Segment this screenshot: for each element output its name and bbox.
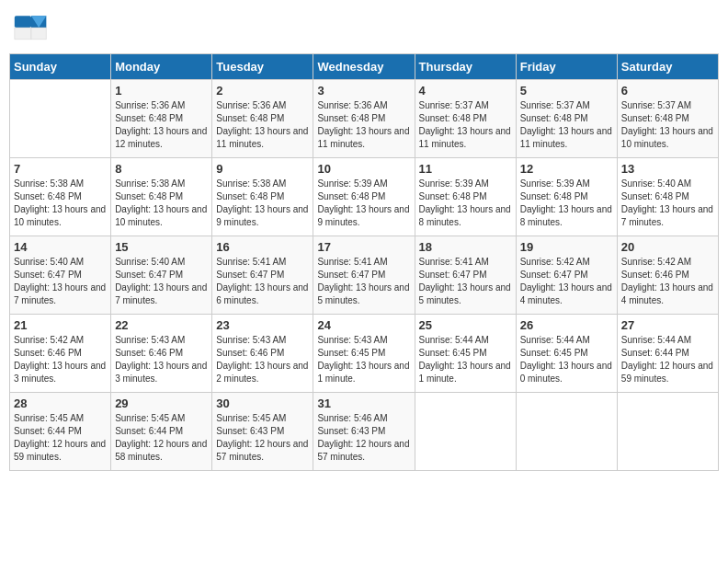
day-number: 20 xyxy=(621,240,714,254)
day-info: Sunrise: 5:36 AMSunset: 6:48 PMDaylight:… xyxy=(115,99,208,151)
day-number: 2 xyxy=(216,84,309,98)
weekday-header-friday: Friday xyxy=(516,54,617,80)
day-info: Sunrise: 5:40 AMSunset: 6:48 PMDaylight:… xyxy=(621,178,714,229)
day-number: 11 xyxy=(419,162,512,176)
weekday-header-wednesday: Wednesday xyxy=(313,54,415,80)
day-number: 27 xyxy=(621,318,714,332)
day-info: Sunrise: 5:44 AMSunset: 6:45 PMDaylight:… xyxy=(419,334,512,385)
day-number: 31 xyxy=(317,396,410,410)
day-number: 30 xyxy=(216,396,309,410)
day-number: 19 xyxy=(520,240,613,254)
day-cell-13: 13Sunrise: 5:40 AMSunset: 6:48 PMDayligh… xyxy=(617,158,718,236)
day-number: 9 xyxy=(216,162,309,176)
day-info: Sunrise: 5:39 AMSunset: 6:48 PMDaylight:… xyxy=(419,178,512,229)
day-info: Sunrise: 5:43 AMSunset: 6:46 PMDaylight:… xyxy=(216,334,309,385)
page-header xyxy=(9,9,719,46)
day-info: Sunrise: 5:37 AMSunset: 6:48 PMDaylight:… xyxy=(621,99,714,151)
empty-cell xyxy=(617,393,718,471)
day-cell-17: 17Sunrise: 5:41 AMSunset: 6:47 PMDayligh… xyxy=(313,236,415,315)
day-cell-23: 23Sunrise: 5:43 AMSunset: 6:46 PMDayligh… xyxy=(212,315,313,393)
day-cell-11: 11Sunrise: 5:39 AMSunset: 6:48 PMDayligh… xyxy=(415,158,516,236)
day-number: 5 xyxy=(520,84,613,98)
empty-cell xyxy=(415,393,516,471)
svg-marker-3 xyxy=(15,28,31,40)
day-cell-29: 29Sunrise: 5:45 AMSunset: 6:44 PMDayligh… xyxy=(111,393,212,471)
logo-icon xyxy=(13,9,50,46)
day-cell-28: 28Sunrise: 5:45 AMSunset: 6:44 PMDayligh… xyxy=(10,393,111,471)
day-number: 22 xyxy=(115,318,208,332)
day-number: 28 xyxy=(14,396,107,410)
day-info: Sunrise: 5:45 AMSunset: 6:44 PMDaylight:… xyxy=(14,412,107,464)
day-number: 29 xyxy=(115,396,208,410)
day-info: Sunrise: 5:40 AMSunset: 6:47 PMDaylight:… xyxy=(14,256,107,307)
day-info: Sunrise: 5:39 AMSunset: 6:48 PMDaylight:… xyxy=(520,178,613,229)
day-cell-6: 6Sunrise: 5:37 AMSunset: 6:48 PMDaylight… xyxy=(617,80,718,158)
day-number: 10 xyxy=(317,162,410,176)
day-info: Sunrise: 5:46 AMSunset: 6:43 PMDaylight:… xyxy=(317,412,410,464)
day-info: Sunrise: 5:42 AMSunset: 6:46 PMDaylight:… xyxy=(14,334,107,385)
calendar-table: SundayMondayTuesdayWednesdayThursdayFrid… xyxy=(9,53,719,471)
day-info: Sunrise: 5:45 AMSunset: 6:43 PMDaylight:… xyxy=(216,412,309,464)
day-number: 21 xyxy=(14,318,107,332)
day-info: Sunrise: 5:41 AMSunset: 6:47 PMDaylight:… xyxy=(419,256,512,307)
day-number: 14 xyxy=(14,240,107,254)
day-number: 8 xyxy=(115,162,208,176)
day-cell-26: 26Sunrise: 5:44 AMSunset: 6:45 PMDayligh… xyxy=(516,315,617,393)
day-info: Sunrise: 5:38 AMSunset: 6:48 PMDaylight:… xyxy=(14,178,107,229)
week-row-5: 28Sunrise: 5:45 AMSunset: 6:44 PMDayligh… xyxy=(10,393,719,471)
day-cell-8: 8Sunrise: 5:38 AMSunset: 6:48 PMDaylight… xyxy=(111,158,212,236)
day-number: 25 xyxy=(419,318,512,332)
day-number: 15 xyxy=(115,240,208,254)
day-info: Sunrise: 5:45 AMSunset: 6:44 PMDaylight:… xyxy=(115,412,208,464)
weekday-header-sunday: Sunday xyxy=(10,54,111,80)
svg-marker-4 xyxy=(31,28,46,40)
day-info: Sunrise: 5:43 AMSunset: 6:45 PMDaylight:… xyxy=(317,334,410,385)
day-info: Sunrise: 5:38 AMSunset: 6:48 PMDaylight:… xyxy=(216,178,309,229)
day-cell-10: 10Sunrise: 5:39 AMSunset: 6:48 PMDayligh… xyxy=(313,158,415,236)
day-number: 7 xyxy=(14,162,107,176)
day-info: Sunrise: 5:44 AMSunset: 6:44 PMDaylight:… xyxy=(621,334,714,385)
weekday-header-thursday: Thursday xyxy=(415,54,516,80)
day-cell-30: 30Sunrise: 5:45 AMSunset: 6:43 PMDayligh… xyxy=(212,393,313,471)
day-cell-2: 2Sunrise: 5:36 AMSunset: 6:48 PMDaylight… xyxy=(212,80,313,158)
weekday-header-row: SundayMondayTuesdayWednesdayThursdayFrid… xyxy=(10,54,719,80)
day-number: 18 xyxy=(419,240,512,254)
day-cell-12: 12Sunrise: 5:39 AMSunset: 6:48 PMDayligh… xyxy=(516,158,617,236)
day-cell-25: 25Sunrise: 5:44 AMSunset: 6:45 PMDayligh… xyxy=(415,315,516,393)
day-info: Sunrise: 5:43 AMSunset: 6:46 PMDaylight:… xyxy=(115,334,208,385)
day-cell-14: 14Sunrise: 5:40 AMSunset: 6:47 PMDayligh… xyxy=(10,236,111,315)
day-number: 3 xyxy=(317,84,410,98)
day-cell-4: 4Sunrise: 5:37 AMSunset: 6:48 PMDaylight… xyxy=(415,80,516,158)
week-row-3: 14Sunrise: 5:40 AMSunset: 6:47 PMDayligh… xyxy=(10,236,719,315)
day-number: 26 xyxy=(520,318,613,332)
day-info: Sunrise: 5:36 AMSunset: 6:48 PMDaylight:… xyxy=(216,99,309,151)
day-info: Sunrise: 5:40 AMSunset: 6:47 PMDaylight:… xyxy=(115,256,208,307)
day-cell-5: 5Sunrise: 5:37 AMSunset: 6:48 PMDaylight… xyxy=(516,80,617,158)
day-cell-19: 19Sunrise: 5:42 AMSunset: 6:47 PMDayligh… xyxy=(516,236,617,315)
day-number: 23 xyxy=(216,318,309,332)
empty-cell xyxy=(516,393,617,471)
day-info: Sunrise: 5:37 AMSunset: 6:48 PMDaylight:… xyxy=(419,99,512,151)
svg-rect-0 xyxy=(15,16,31,28)
day-cell-20: 20Sunrise: 5:42 AMSunset: 6:46 PMDayligh… xyxy=(617,236,718,315)
day-number: 12 xyxy=(520,162,613,176)
day-info: Sunrise: 5:37 AMSunset: 6:48 PMDaylight:… xyxy=(520,99,613,151)
day-number: 17 xyxy=(317,240,410,254)
day-info: Sunrise: 5:36 AMSunset: 6:48 PMDaylight:… xyxy=(317,99,410,151)
empty-cell xyxy=(10,80,111,158)
day-number: 16 xyxy=(216,240,309,254)
day-number: 1 xyxy=(115,84,208,98)
day-cell-3: 3Sunrise: 5:36 AMSunset: 6:48 PMDaylight… xyxy=(313,80,415,158)
week-row-4: 21Sunrise: 5:42 AMSunset: 6:46 PMDayligh… xyxy=(10,315,719,393)
day-cell-22: 22Sunrise: 5:43 AMSunset: 6:46 PMDayligh… xyxy=(111,315,212,393)
day-number: 13 xyxy=(621,162,714,176)
day-info: Sunrise: 5:42 AMSunset: 6:47 PMDaylight:… xyxy=(520,256,613,307)
day-cell-31: 31Sunrise: 5:46 AMSunset: 6:43 PMDayligh… xyxy=(313,393,415,471)
day-cell-18: 18Sunrise: 5:41 AMSunset: 6:47 PMDayligh… xyxy=(415,236,516,315)
day-info: Sunrise: 5:41 AMSunset: 6:47 PMDaylight:… xyxy=(317,256,410,307)
day-cell-7: 7Sunrise: 5:38 AMSunset: 6:48 PMDaylight… xyxy=(10,158,111,236)
day-cell-27: 27Sunrise: 5:44 AMSunset: 6:44 PMDayligh… xyxy=(617,315,718,393)
week-row-1: 1Sunrise: 5:36 AMSunset: 6:48 PMDaylight… xyxy=(10,80,719,158)
day-cell-16: 16Sunrise: 5:41 AMSunset: 6:47 PMDayligh… xyxy=(212,236,313,315)
day-info: Sunrise: 5:42 AMSunset: 6:46 PMDaylight:… xyxy=(621,256,714,307)
